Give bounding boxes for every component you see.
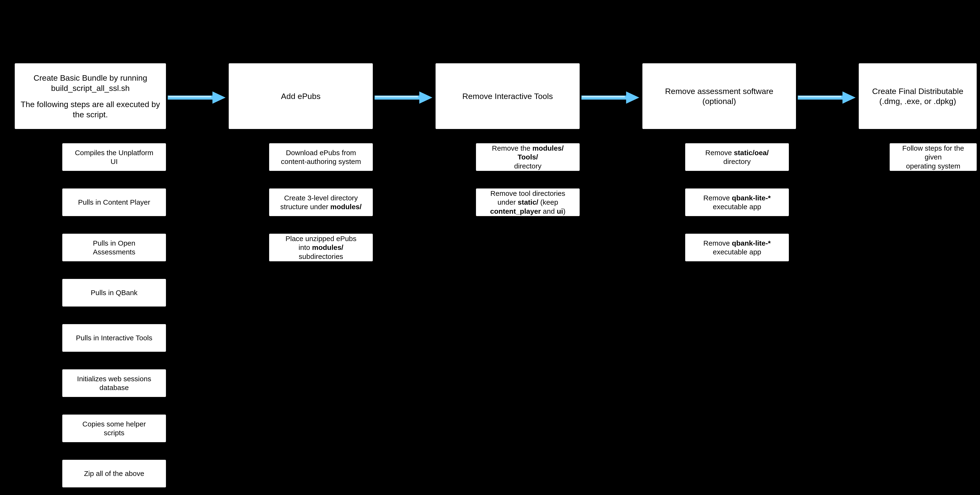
substep-download-epubs: Download ePubs fromcontent-authoring sys… bbox=[269, 143, 373, 171]
substep-pulls-interactive-tools: Pulls in Interactive Tools bbox=[62, 324, 166, 352]
arrow-remove-interactive-tools-to-remove-assessment-software bbox=[581, 88, 640, 107]
substep-place-unzipped-epubs: Place unzipped ePubsinto modules/subdire… bbox=[269, 233, 373, 262]
step-remove-assessment-software: Remove assessment software(optional) bbox=[642, 63, 797, 129]
flowchart-stage: Create Basic Bundle by runningbuild_scri… bbox=[0, 0, 980, 495]
substep-copies-helper-scripts: Copies some helperscripts bbox=[62, 414, 166, 442]
substep-create-3level-dir: Create 3-level directorystructure under … bbox=[269, 188, 373, 217]
substep-zip-all: Zip all of the above bbox=[62, 459, 166, 488]
substep-remove-qbank-lite-2: Remove qbank-lite-*executable app bbox=[685, 233, 789, 262]
substep-remove-modules-tools: Remove the modules/Tools/ directory bbox=[476, 143, 580, 171]
substep-pulls-qbank: Pulls in QBank bbox=[62, 278, 166, 307]
svg-marker-2 bbox=[374, 91, 433, 104]
svg-marker-6 bbox=[797, 91, 856, 104]
arrow-create-basic-bundle-to-add-epubs bbox=[167, 88, 226, 107]
svg-marker-0 bbox=[167, 91, 226, 104]
substep-pulls-open-assessments: Pulls in OpenAssessments bbox=[62, 233, 166, 262]
substep-remove-static-oea: Remove static/oea/directory bbox=[685, 143, 789, 171]
step-add-epubs: Add ePubs bbox=[228, 63, 373, 129]
substep-follow-os-steps: Follow steps for the givenoperating syst… bbox=[889, 143, 977, 171]
substep-pulls-content-player: Pulls in Content Player bbox=[62, 188, 166, 217]
step-create-final-distributable: Create Final Distributable(.dmg, .exe, o… bbox=[858, 63, 977, 129]
substep-remove-qbank-lite-1: Remove qbank-lite-*executable app bbox=[685, 188, 789, 217]
substep-remove-tool-dirs-static: Remove tool directoriesunder static/ (ke… bbox=[476, 188, 580, 217]
svg-marker-4 bbox=[581, 91, 640, 104]
step-remove-interactive-tools: Remove Interactive Tools bbox=[435, 63, 580, 129]
arrow-remove-assessment-software-to-create-final-distributable bbox=[797, 88, 856, 107]
substep-compiles-unplatform: Compiles the UnplatformUI bbox=[62, 143, 166, 171]
arrow-add-epubs-to-remove-interactive-tools bbox=[374, 88, 433, 107]
substep-init-web-sessions: Initializes web sessionsdatabase bbox=[62, 369, 166, 398]
step-create-basic-bundle: Create Basic Bundle by runningbuild_scri… bbox=[14, 63, 166, 129]
